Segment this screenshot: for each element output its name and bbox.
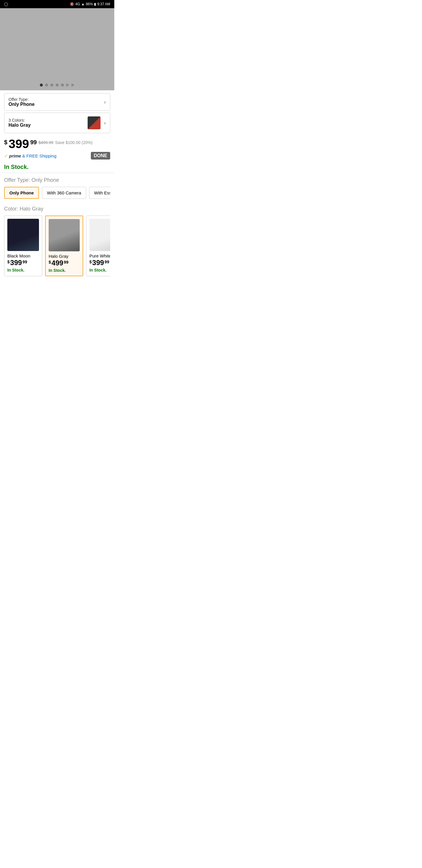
prime-check-icon: ✓ bbox=[4, 153, 8, 159]
black-moon-stock: In Stock. bbox=[7, 268, 39, 272]
color-card-black-moon-image bbox=[7, 219, 39, 251]
color-section-heading: Color: Halo Gray bbox=[4, 206, 110, 212]
carousel-dots bbox=[40, 83, 74, 87]
color-card-black-moon-name: Black Moon bbox=[7, 253, 39, 258]
price-area: $ 399 99 $499.99 Save $100.00 (20%) ✓ pr… bbox=[0, 135, 114, 161]
offer-heading-selected-value: Only Phone bbox=[31, 177, 59, 183]
battery-percent: 86% bbox=[86, 2, 93, 6]
carousel-dot-3[interactable] bbox=[51, 84, 53, 87]
color-card-pure-white[interactable]: Pure White $ 399 99 In Stock. bbox=[86, 216, 110, 276]
offer-type-prefix: Offer Type: bbox=[8, 97, 29, 102]
halo-gray-cents: 99 bbox=[64, 260, 69, 265]
pure-white-price-main: 399 bbox=[92, 259, 104, 267]
carousel-dot-2[interactable] bbox=[45, 84, 48, 87]
prime-label: prime bbox=[9, 153, 21, 158]
network-indicator: 4G bbox=[75, 2, 80, 6]
offer-type-selector[interactable]: Offer Type: Only Phone › bbox=[4, 93, 110, 111]
color-card-halo-gray-name: Halo Gray bbox=[48, 254, 80, 259]
halo-gray-stock: In Stock. bbox=[48, 268, 80, 273]
halo-gray-price-main: 499 bbox=[52, 259, 63, 267]
signal-icon: ▲ bbox=[81, 2, 85, 6]
offer-type-chevron-icon: › bbox=[104, 99, 106, 105]
status-left: ◯ bbox=[4, 2, 8, 6]
price-save-amount: Save $100.00 (20%) bbox=[55, 140, 93, 145]
price-main-value: 399 bbox=[8, 138, 29, 150]
offer-type-section: Offer Type: Only Phone Only Phone With 3… bbox=[0, 173, 114, 202]
price-original: $499.99 bbox=[38, 140, 53, 145]
color-card-black-moon[interactable]: Black Moon $ 399 99 In Stock. bbox=[4, 216, 42, 276]
color-options: Black Moon $ 399 99 In Stock. Halo Gray … bbox=[4, 216, 110, 276]
black-moon-dollar: $ bbox=[7, 259, 10, 264]
carousel-play-1[interactable] bbox=[66, 83, 69, 87]
carousel-dot-4[interactable] bbox=[56, 84, 59, 87]
in-stock-label: In Stock. bbox=[0, 161, 114, 173]
color-section: Color: Halo Gray Black Moon $ 399 99 In … bbox=[0, 202, 114, 279]
color-selector[interactable]: 3 Colors: Halo Gray › bbox=[4, 113, 110, 133]
color-thumbnail bbox=[88, 116, 100, 129]
color-card-pure-white-image bbox=[89, 219, 110, 251]
offer-type-value: Only Phone bbox=[8, 102, 35, 107]
price-dollar-sign: $ bbox=[4, 139, 7, 146]
carousel-dot-1[interactable] bbox=[40, 84, 43, 87]
color-right: › bbox=[88, 116, 106, 129]
pure-white-dollar: $ bbox=[89, 259, 92, 264]
prime-badge: ✓ prime & FREE Shipping bbox=[4, 153, 57, 159]
color-card-pure-white-name: Pure White bbox=[89, 253, 110, 258]
offer-type-section-heading: Offer Type: Only Phone bbox=[4, 177, 110, 183]
offer-type-label: Offer Type: Only Phone bbox=[8, 97, 35, 107]
status-right: 🔇 4G ▲ 86% ▮ 9:37 AM bbox=[70, 2, 110, 6]
mute-icon: 🔇 bbox=[70, 2, 74, 6]
battery-icon: ▮ bbox=[94, 2, 96, 6]
offer-heading-text: Offer Type: bbox=[4, 177, 30, 183]
done-button[interactable]: DONE bbox=[91, 152, 110, 159]
color-label: 3 Colors: Halo Gray bbox=[8, 118, 31, 128]
carousel-dot-5[interactable] bbox=[61, 84, 64, 87]
offer-option-only-phone[interactable]: Only Phone bbox=[4, 187, 39, 199]
color-card-pure-white-price: $ 399 99 bbox=[89, 259, 110, 267]
color-chevron-icon: › bbox=[104, 120, 106, 126]
color-prefix: 3 Colors: bbox=[8, 118, 25, 123]
price-display: $ 399 99 bbox=[4, 138, 37, 150]
offer-option-essential-hd[interactable]: With Essential HD bbox=[89, 187, 110, 199]
offer-option-360-camera[interactable]: With 360 Camera bbox=[42, 187, 86, 199]
halo-gray-dollar: $ bbox=[48, 260, 51, 265]
prime-row: ✓ prime & FREE Shipping DONE bbox=[4, 152, 110, 159]
color-card-halo-gray[interactable]: Halo Gray $ 499 99 In Stock. bbox=[45, 216, 83, 276]
clock: 9:37 AM bbox=[97, 2, 110, 6]
black-moon-price-main: 399 bbox=[10, 259, 22, 267]
price-cents-value: 99 bbox=[30, 139, 37, 146]
color-card-halo-gray-image bbox=[48, 219, 80, 251]
color-value: Halo Gray bbox=[8, 123, 31, 128]
pure-white-stock: In Stock. bbox=[89, 268, 110, 272]
user-icon: ◯ bbox=[4, 2, 8, 6]
free-shipping-label: & FREE Shipping bbox=[22, 153, 57, 158]
product-image-area bbox=[0, 8, 114, 90]
status-bar: ◯ 🔇 4G ▲ 86% ▮ 9:37 AM bbox=[0, 0, 114, 8]
offer-type-options: Only Phone With 360 Camera With Essentia… bbox=[4, 187, 110, 200]
color-heading-selected-value: Halo Gray bbox=[20, 206, 43, 212]
price-savings: $499.99 Save $100.00 (20%) bbox=[38, 140, 92, 145]
color-card-halo-gray-price: $ 499 99 bbox=[48, 259, 80, 267]
color-heading-text: Color: bbox=[4, 206, 18, 212]
pure-white-cents: 99 bbox=[105, 259, 109, 264]
black-moon-cents: 99 bbox=[23, 259, 27, 264]
carousel-play-2[interactable] bbox=[71, 83, 74, 87]
color-card-black-moon-price: $ 399 99 bbox=[7, 259, 39, 267]
